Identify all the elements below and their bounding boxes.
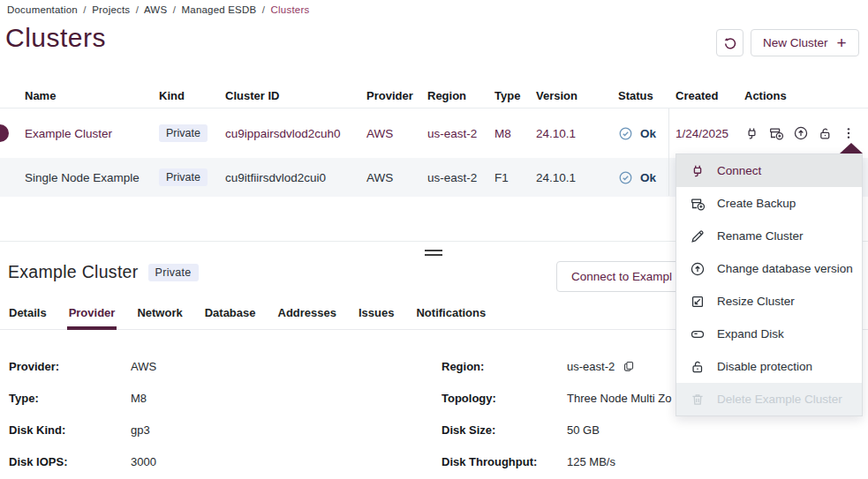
change-version-action-button[interactable] (793, 125, 809, 141)
menu-item-change-database-version[interactable]: Change database version (676, 252, 862, 285)
breadcrumb-separator: / (262, 4, 265, 15)
unlock-icon (690, 359, 706, 375)
new-cluster-button[interactable]: New Cluster + (751, 29, 859, 56)
status-badge: Ok (618, 170, 676, 185)
backup-icon (768, 125, 784, 141)
col-header-type: Type (494, 89, 536, 102)
col-header-region: Region (427, 89, 494, 102)
table-header-divider (0, 108, 868, 109)
table-column-divider (668, 109, 669, 196)
menu-item-disable-protection[interactable]: Disable protection (676, 350, 862, 383)
cluster-name[interactable]: Single Node Example (25, 171, 159, 184)
provider-cell: AWS (366, 127, 427, 140)
breadcrumb-link[interactable]: Projects (92, 4, 130, 15)
backup-icon (690, 196, 706, 212)
col-header-name: Name (25, 89, 159, 102)
kind-badge: Private (159, 168, 208, 186)
breadcrumb-separator: / (136, 4, 139, 15)
table-header-row: Name Kind Cluster ID Provider Region Typ… (0, 82, 868, 109)
row-actions (744, 125, 868, 141)
resize-icon (690, 294, 706, 310)
check-circle-icon (618, 170, 633, 185)
version-cell: 24.10.1 (536, 127, 618, 140)
check-circle-icon (618, 126, 633, 141)
menu-item-expand-disk[interactable]: Expand Disk (676, 318, 862, 350)
breadcrumb-link[interactable]: Managed ESDB (182, 4, 257, 15)
menu-item-create-backup[interactable]: Create Backup (676, 187, 862, 220)
table-row-example-cluster[interactable]: Example Cluster Private cu9ippairsdvlod2… (0, 109, 868, 158)
breadcrumb-link[interactable]: AWS (144, 4, 167, 15)
breadcrumb: Documentation / Projects / AWS / Managed… (7, 4, 312, 15)
breadcrumb-current: Clusters (271, 4, 310, 15)
copy-icon[interactable] (623, 360, 635, 372)
col-header-provider: Provider (366, 89, 427, 102)
field-region: Region: us-east-2 (442, 350, 672, 382)
disk-icon (690, 326, 706, 342)
col-header-created: Created (676, 89, 744, 102)
tab-details[interactable]: Details (9, 303, 47, 329)
field-disk-size: Disk Size: 50 GB (442, 414, 672, 445)
cluster-id: cu9ippairsdvlod2cuh0 (225, 127, 366, 140)
trash-icon (690, 392, 706, 408)
menu-item-resize-cluster[interactable]: Resize Cluster (676, 285, 862, 318)
menu-item-connect[interactable]: Connect (676, 154, 862, 187)
region-cell: us-east-2 (427, 127, 494, 140)
created-cell: 1/24/2025 (676, 127, 744, 140)
refresh-icon (722, 35, 738, 51)
connect-action-button[interactable] (744, 126, 759, 141)
status-badge: Ok (618, 126, 676, 141)
region-cell: us-east-2 (427, 171, 494, 184)
type-cell: F1 (494, 171, 536, 184)
col-header-status: Status (618, 89, 676, 102)
detail-panel-title: Example Cluster Private (8, 262, 199, 282)
new-cluster-label: New Cluster (763, 36, 828, 49)
field-disk-kind: Disk Kind: gp3 (9, 414, 156, 445)
tab-provider[interactable]: Provider (69, 303, 116, 329)
create-backup-action-button[interactable] (768, 125, 784, 141)
detail-fields-right: Region: us-east-2 Topology: Three Node M… (442, 350, 672, 477)
cluster-id: cu9itfiirsdvlod2cui0 (225, 171, 366, 184)
col-header-kind: Kind (159, 89, 225, 102)
tab-database[interactable]: Database (205, 303, 256, 329)
plug-icon (744, 126, 759, 141)
selected-row-marker (0, 124, 9, 142)
provider-cell: AWS (366, 171, 427, 184)
arrow-up-circle-icon (793, 125, 809, 141)
tab-issues[interactable]: Issues (359, 303, 394, 329)
breadcrumb-link[interactable]: Documentation (7, 4, 78, 15)
field-disk-throughput: Disk Throughput: 125 MB/s (442, 445, 672, 477)
unlock-icon (818, 126, 833, 141)
col-header-version: Version (536, 89, 618, 102)
private-badge: Private (148, 264, 199, 281)
field-provider: Provider: AWS (9, 350, 156, 382)
plug-icon (690, 163, 706, 179)
breadcrumb-separator: / (83, 4, 86, 15)
tab-network[interactable]: Network (137, 303, 182, 329)
field-type: Type: M8 (9, 382, 156, 414)
menu-item-delete-cluster: Delete Example Cluster (676, 383, 862, 415)
tab-addresses[interactable]: Addresses (278, 303, 336, 329)
menu-item-rename-cluster[interactable]: Rename Cluster (676, 220, 862, 252)
tab-notifications[interactable]: Notifications (416, 303, 486, 329)
kebab-menu-button[interactable] (842, 126, 856, 140)
breadcrumb-separator: / (173, 4, 176, 15)
kind-badge: Private (159, 124, 208, 142)
panel-resize-handle[interactable] (425, 250, 442, 258)
arrow-up-circle-icon (690, 261, 706, 277)
plus-icon: + (837, 34, 847, 51)
refresh-button[interactable] (716, 29, 743, 56)
cluster-name[interactable]: Example Cluster (25, 127, 159, 140)
protection-action-button[interactable] (818, 126, 833, 141)
field-disk-iops: Disk IOPS: 3000 (9, 445, 156, 477)
kebab-icon (842, 126, 856, 140)
version-cell: 24.10.1 (536, 171, 618, 184)
col-header-cluster-id: Cluster ID (225, 89, 366, 102)
context-menu-caret (840, 143, 863, 153)
col-header-actions: Actions (744, 89, 868, 102)
page-title: Clusters (5, 23, 106, 53)
detail-fields-left: Provider: AWS Type: M8 Disk Kind: gp3 Di… (9, 350, 156, 477)
field-topology: Topology: Three Node Multi Zo (442, 382, 672, 414)
context-menu: Connect Create Backup Rename Cluster Cha… (676, 153, 863, 416)
pencil-icon (690, 228, 706, 244)
type-cell: M8 (494, 127, 536, 140)
